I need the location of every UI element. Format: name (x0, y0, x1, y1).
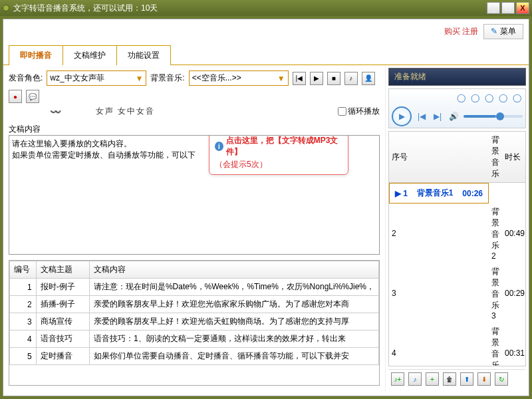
content-label: 文稿内容 (9, 124, 380, 135)
table-row[interactable]: 1报时-例子请注意：现在时间是%Date%，%Week%，%Time%，农历%N… (10, 279, 379, 296)
tab-script-maintain[interactable]: 文稿维护 (63, 45, 117, 65)
minimize-button[interactable]: _ (487, 2, 500, 14)
tab-settings[interactable]: 功能设置 (116, 45, 171, 65)
bgm-value: <<空音乐...>> (192, 72, 241, 84)
audio-player: ◯ ◯ ◯ ◯ ◯ ▶ |◀ ▶| 🔊 (388, 88, 526, 128)
list-item[interactable]: 2背景音乐200:49 (389, 203, 526, 263)
player-status: 准备就绪 (388, 68, 526, 86)
voice-hint: 女声 女中女音 (96, 106, 155, 117)
add-music-button[interactable]: ♪+ (391, 372, 404, 386)
chevron-down-icon: ▼ (135, 74, 143, 83)
content-textarea[interactable]: 请在这里输入要播放的文稿内容。 如果贵单位需要定时播放、自动播放等功能，可以下 … (9, 135, 380, 255)
maximize-button[interactable]: □ (501, 2, 515, 14)
info-icon: i (215, 142, 223, 151)
app-icon (3, 5, 9, 11)
player-mini-icon[interactable]: ◯ (497, 92, 509, 104)
col-topic[interactable]: 文稿主题 (36, 261, 89, 279)
player-mini-icon[interactable]: ◯ (483, 92, 495, 104)
callout-line1: 点击这里，把【文字转成MP3文件】 (226, 135, 342, 158)
play-button[interactable]: ▶ (310, 72, 323, 85)
add-music2-button[interactable]: ♪ (408, 372, 422, 386)
loop-label: 循环播放 (348, 106, 380, 117)
table-row[interactable]: 2插播-例子亲爱的顾客朋友早上好！欢迎您光临家家乐购物广场。为了感谢您对本商 (10, 296, 379, 313)
mouth-icon: 〰️ (50, 106, 61, 117)
prev-button[interactable]: |◀ (293, 72, 306, 85)
tab-instant-broadcast[interactable]: 即时播音 (9, 45, 63, 65)
callout-line2: （会提示5次） (215, 159, 342, 170)
col-number[interactable]: 编号 (10, 261, 37, 279)
chevron-down-icon: ▼ (277, 74, 285, 83)
mic-button[interactable]: 👤 (362, 72, 375, 85)
stop-button[interactable]: ■ (327, 72, 340, 85)
bgm-label: 背景音乐: (150, 72, 184, 84)
close-button[interactable]: X (516, 2, 529, 14)
buy-register-link[interactable]: 购买 注册 (444, 26, 478, 37)
note-button[interactable]: ♪ (344, 72, 358, 85)
refresh-button[interactable]: ↻ (495, 372, 508, 386)
loop-input[interactable] (338, 107, 346, 116)
menu-button[interactable]: ✎ 菜单 (483, 24, 523, 39)
pl-col-dur[interactable]: 时长 (502, 132, 526, 183)
top-toolbar: 购买 注册 ✎ 菜单 (3, 19, 529, 43)
table-row[interactable]: 3商场宣传亲爱的顾客朋友早上好！欢迎光临天虹购物商场。为了感谢您的支持与厚 (10, 313, 379, 331)
bgm-select[interactable]: <<空音乐...>> ▼ (189, 70, 289, 86)
playlist-toolbar: ♪+ ♪ + 🗑 ⬆ ⬇ ↻ (388, 369, 526, 388)
delete-button[interactable]: 🗑 (443, 372, 456, 386)
volume-slider[interactable] (464, 115, 523, 118)
tabs: 即时播音 文稿维护 功能设置 (3, 45, 529, 65)
table-row[interactable]: 4语音技巧语音技巧：1、朗读的文稿一定要通顺，这样读出来的效果才好，转出来 (10, 331, 379, 348)
chat-button[interactable]: 💬 (26, 90, 39, 103)
volume-icon[interactable]: 🔊 (448, 110, 460, 122)
voice-label: 发音角色: (9, 72, 43, 84)
list-item[interactable]: 4背景音乐400:31 (389, 323, 526, 366)
col-content[interactable]: 文稿内容 (89, 261, 378, 279)
play-big-button[interactable]: ▶ (392, 106, 412, 126)
scripts-table: 编号 文稿主题 文稿内容 1报时-例子请注意：现在时间是%Date%，%Week… (9, 260, 380, 386)
tooltip-callout: i点击这里，把【文字转成MP3文件】 （会提示5次） (209, 135, 348, 175)
add-file-button[interactable]: + (426, 372, 439, 386)
titlebar: 文字转语音播音系统，还可以试用：10天 _ □ X (0, 0, 532, 16)
voice-value: wz_中文女声菲 (50, 72, 104, 84)
record-button[interactable]: ● (9, 90, 22, 103)
player-mini-icon[interactable]: ◯ (455, 92, 467, 104)
voice-select[interactable]: wz_中文女声菲 ▼ (47, 70, 146, 86)
window-title: 文字转语音播音系统，还可以试用：10天 (13, 3, 487, 14)
list-item[interactable]: 3背景音乐300:29 (389, 263, 526, 323)
player-mini-icon[interactable]: ◯ (469, 92, 481, 104)
move-down-button[interactable]: ⬇ (477, 372, 491, 386)
table-row[interactable]: 5定时播音如果你们单位需要自动播音、定时播音、循环播音等功能，可以下载并安 (10, 348, 379, 365)
playlist: 序号 背景音乐 时长 ▶ 1背景音乐100:262背景音乐200:493背景音乐… (388, 131, 526, 366)
pl-col-name[interactable]: 背景音乐 (489, 132, 502, 183)
list-item[interactable]: ▶ 1背景音乐100:26 (389, 183, 489, 203)
skip-fwd-button[interactable]: ▶| (432, 110, 444, 122)
menu-label: 菜单 (500, 26, 516, 37)
pen-icon: ✎ (491, 27, 497, 36)
pl-col-num[interactable]: 序号 (389, 132, 489, 183)
player-mini-icon[interactable]: ◯ (511, 92, 523, 104)
move-up-button[interactable]: ⬆ (460, 372, 473, 386)
loop-checkbox[interactable]: 循环播放 (338, 106, 380, 117)
skip-back-button[interactable]: |◀ (416, 110, 428, 122)
